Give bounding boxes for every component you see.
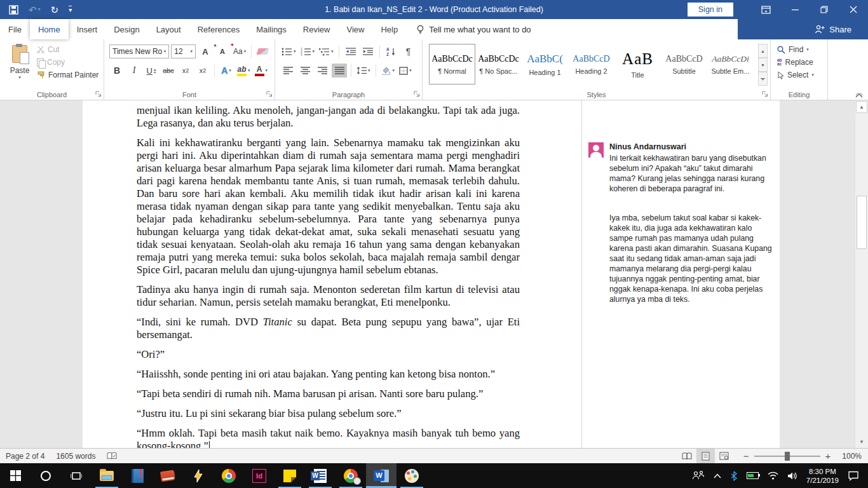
align-center-button[interactable] bbox=[297, 64, 313, 78]
superscript-button[interactable]: x2 bbox=[195, 64, 210, 78]
zoom-out-icon[interactable]: − bbox=[743, 451, 749, 461]
grow-font-button[interactable]: A▲ bbox=[198, 44, 213, 58]
bluetooth-icon[interactable] bbox=[726, 463, 742, 488]
wifi-icon[interactable] bbox=[763, 463, 783, 488]
redo-icon[interactable]: ↻ bbox=[51, 5, 59, 15]
tab-layout[interactable]: Layout bbox=[148, 19, 189, 39]
font-dialog-launcher[interactable] bbox=[266, 91, 273, 97]
bold-button[interactable]: B bbox=[109, 64, 125, 78]
style-subtitle[interactable]: AaBbCcDSubtitle bbox=[661, 44, 707, 85]
zoom-slider[interactable]: − + bbox=[743, 451, 831, 461]
scrollbar-thumb[interactable] bbox=[857, 196, 867, 249]
styles-dialog-launcher[interactable] bbox=[762, 91, 768, 97]
cortana-icon[interactable] bbox=[31, 463, 61, 488]
underline-button[interactable]: U▾ bbox=[144, 64, 159, 78]
styles-more-icon[interactable]: ▼ bbox=[758, 72, 768, 86]
clear-formatting-button[interactable] bbox=[255, 44, 271, 58]
restore-button[interactable] bbox=[810, 0, 839, 19]
tell-me-box[interactable]: Tell me what you want to do bbox=[416, 19, 531, 39]
shrink-font-button[interactable]: A▼ bbox=[215, 44, 230, 58]
paragraph[interactable]: “Justru itu. Lu pi sini sekarang biar bi… bbox=[137, 407, 520, 420]
sticky-notes-icon[interactable] bbox=[275, 463, 305, 488]
line-spacing-button[interactable]: ▾ bbox=[355, 64, 372, 78]
paragraph[interactable]: “Tapi beta sendiri di rumah nih. Mama ba… bbox=[137, 388, 520, 400]
style-normal[interactable]: AaBbCcDc¶ Normal bbox=[429, 44, 475, 85]
align-right-button[interactable] bbox=[315, 64, 330, 78]
minimize-button[interactable] bbox=[780, 0, 810, 19]
comment-card[interactable]: Ninus Andarnuswari Ini terkait kekhawati… bbox=[588, 142, 773, 194]
close-button[interactable] bbox=[839, 0, 868, 19]
paragraph[interactable]: Kali ini kekhawatiranku berganti yang la… bbox=[137, 137, 520, 276]
shading-button[interactable]: ▾ bbox=[380, 64, 397, 78]
file-explorer-icon[interactable] bbox=[92, 463, 122, 488]
italic-button[interactable]: I bbox=[126, 64, 142, 78]
word-count[interactable]: 1605 words bbox=[50, 449, 101, 463]
document-page[interactable]: menjual ikan keliling. Aku menoleh, jang… bbox=[83, 100, 581, 448]
style-title[interactable]: AaBTitle bbox=[614, 44, 661, 85]
tab-review[interactable]: Review bbox=[295, 19, 339, 39]
battery-icon[interactable] bbox=[742, 463, 763, 488]
paste-button[interactable]: Paste ▾ bbox=[5, 44, 34, 90]
red-book-app-icon[interactable] bbox=[153, 463, 183, 488]
subscript-button[interactable]: x2 bbox=[178, 64, 193, 78]
paragraph[interactable]: “Ori?” bbox=[137, 348, 520, 361]
select-button[interactable]: Select▾ bbox=[777, 71, 814, 79]
numbering-button[interactable]: 123▾ bbox=[299, 44, 316, 58]
highlight-button[interactable]: ab▾ bbox=[236, 64, 252, 78]
text-effects-button[interactable]: A▾ bbox=[219, 64, 234, 78]
people-icon[interactable] bbox=[688, 463, 709, 488]
sort-button[interactable]: AZ bbox=[384, 44, 399, 58]
style-subtle-em[interactable]: AaBbCcDiSubtle Em... bbox=[707, 44, 754, 85]
vertical-scrollbar[interactable]: ▲ ▼ bbox=[855, 100, 868, 448]
winamp-icon[interactable] bbox=[183, 463, 214, 488]
copy-button[interactable]: Copy bbox=[37, 58, 98, 67]
taskbar-clock[interactable]: 8:30 PM 7/21/2019 bbox=[802, 463, 843, 488]
multilevel-list-button[interactable]: ▾ bbox=[318, 44, 335, 58]
scroll-down-icon[interactable]: ▼ bbox=[856, 437, 867, 447]
tab-help[interactable]: Help bbox=[372, 19, 406, 39]
tab-mailings[interactable]: Mailings bbox=[248, 19, 295, 39]
page-indicator[interactable]: Page 2 of 4 bbox=[0, 449, 50, 463]
paragraph[interactable]: menjual ikan keliling. Aku menoleh, jang… bbox=[137, 104, 520, 130]
tab-file[interactable]: File bbox=[0, 19, 30, 39]
start-button[interactable] bbox=[0, 463, 31, 488]
tab-home[interactable]: Home bbox=[30, 19, 69, 39]
read-mode-button[interactable] bbox=[678, 449, 696, 463]
font-family-combo[interactable]: Times New Ro▾ bbox=[109, 44, 169, 58]
borders-button[interactable]: ▾ bbox=[398, 64, 413, 78]
styles-scroll-up-icon[interactable]: ▲ bbox=[758, 44, 768, 58]
browser-app-icon[interactable] bbox=[336, 463, 366, 488]
tab-design[interactable]: Design bbox=[105, 19, 147, 39]
scroll-up-icon[interactable]: ▲ bbox=[856, 101, 867, 113]
action-center-icon[interactable] bbox=[843, 463, 868, 488]
blue-book-app-icon[interactable] bbox=[122, 463, 153, 488]
share-button[interactable]: Share bbox=[738, 19, 868, 39]
clipboard-dialog-launcher[interactable] bbox=[95, 91, 102, 97]
comment-reply-text[interactable]: Iya mba, sebelum takut soal kabar si kak… bbox=[609, 213, 772, 304]
strikethrough-button[interactable]: abc bbox=[161, 64, 176, 78]
tab-references[interactable]: References bbox=[189, 19, 248, 39]
find-button[interactable]: Find▾ bbox=[777, 45, 814, 54]
styles-scroll-down-icon[interactable]: ▼ bbox=[758, 58, 768, 72]
increase-indent-button[interactable] bbox=[360, 44, 376, 58]
style-heading-2[interactable]: AaBbCcDHeading 2 bbox=[568, 44, 614, 85]
show-formatting-marks-button[interactable]: ¶ bbox=[401, 44, 416, 58]
cut-button[interactable]: Cut bbox=[37, 45, 98, 54]
comment-text[interactable]: Ini terkait kekhawatiran baru yang diseb… bbox=[609, 153, 773, 194]
word-app-icon[interactable]: W bbox=[305, 463, 336, 488]
font-color-button[interactable]: A▾ bbox=[254, 64, 269, 78]
web-layout-button[interactable] bbox=[715, 449, 733, 463]
word-active-app-icon[interactable]: W bbox=[366, 463, 397, 488]
proofing-status-icon[interactable]: ✓ bbox=[101, 449, 123, 463]
tab-view[interactable]: View bbox=[338, 19, 372, 39]
chrome-icon[interactable] bbox=[214, 463, 244, 488]
zoom-slider-thumb[interactable] bbox=[785, 452, 790, 461]
undo-icon[interactable]: ↶▾ bbox=[29, 5, 41, 15]
align-left-button[interactable] bbox=[280, 64, 295, 78]
paint-app-icon[interactable] bbox=[397, 463, 427, 488]
paragraph-dialog-launcher[interactable] bbox=[414, 91, 420, 97]
zoom-level[interactable]: 100% bbox=[836, 452, 868, 461]
show-hidden-icons-chevron[interactable] bbox=[709, 463, 726, 488]
sign-in-button[interactable]: Sign in bbox=[688, 3, 733, 17]
style-no-spac[interactable]: AaBbCcDc¶ No Spac... bbox=[475, 44, 522, 85]
